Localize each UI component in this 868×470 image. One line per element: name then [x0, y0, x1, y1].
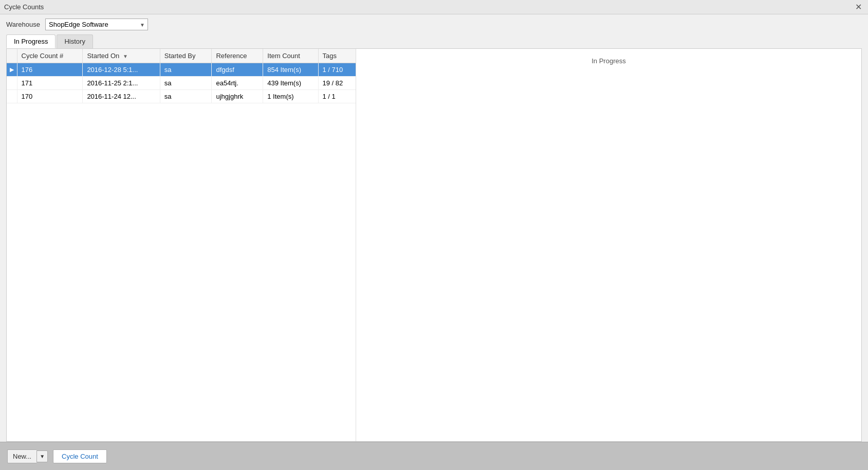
cycle-counts-table: Cycle Count # Started On ▼ Started By Re…: [7, 49, 356, 103]
window-title: Cycle Counts: [4, 3, 44, 11]
table-container[interactable]: Cycle Count # Started On ▼ Started By Re…: [7, 49, 356, 441]
title-bar: Cycle Counts ✕: [0, 0, 868, 14]
col-reference[interactable]: Reference: [212, 49, 263, 63]
footer: New... ▼ Cycle Count: [0, 442, 868, 470]
cell-cycle-count: 176: [17, 63, 83, 77]
col-tags[interactable]: Tags: [318, 49, 356, 63]
cell-reference: ujhgjghrk: [212, 90, 263, 103]
tab-history[interactable]: History: [57, 34, 93, 48]
tabs-bar: In Progress History: [0, 34, 868, 48]
cell-item-count: 439 Item(s): [263, 77, 318, 90]
cell-cycle-count: 170: [17, 90, 83, 103]
left-panel: Cycle Count # Started On ▼ Started By Re…: [7, 49, 356, 441]
table-row[interactable]: ▶1762016-12-28 5:1...sadfgdsf854 Item(s)…: [7, 63, 356, 77]
cell-started-by: sa: [160, 90, 212, 103]
cell-cycle-count: 171: [17, 77, 83, 90]
warehouse-select[interactable]: ShopEdge Software: [45, 19, 148, 30]
cell-started-on: 2016-12-28 5:1...: [83, 63, 160, 77]
col-started-by[interactable]: Started By: [160, 49, 212, 63]
cell-started-on: 2016-11-24 12...: [83, 90, 160, 103]
new-button[interactable]: New...: [7, 449, 36, 463]
cell-started-by: sa: [160, 63, 212, 77]
new-button-group: New... ▼: [7, 449, 48, 463]
cell-indicator: [7, 90, 17, 103]
cycle-count-button[interactable]: Cycle Count: [53, 449, 107, 463]
toolbar: Warehouse ShopEdge Software: [0, 14, 868, 34]
tab-in-progress[interactable]: In Progress: [6, 34, 56, 48]
cell-reference: dfgdsf: [212, 63, 263, 77]
warehouse-label: Warehouse: [6, 21, 40, 28]
cell-item-count: 854 Item(s): [263, 63, 318, 77]
cell-indicator: ▶: [7, 63, 17, 77]
table-row[interactable]: 1702016-11-24 12...saujhgjghrk1 Item(s)1…: [7, 90, 356, 103]
sort-desc-icon: ▼: [123, 53, 128, 59]
col-cycle-count[interactable]: Cycle Count #: [17, 49, 83, 63]
close-button[interactable]: ✕: [853, 3, 864, 11]
col-item-count[interactable]: Item Count: [263, 49, 318, 63]
cell-tags: 1 / 1: [318, 90, 356, 103]
cell-started-by: sa: [160, 77, 212, 90]
right-panel-label: In Progress: [592, 57, 625, 65]
col-started-on[interactable]: Started On ▼: [83, 49, 160, 63]
main-window: Cycle Counts ✕ Warehouse ShopEdge Softwa…: [0, 0, 868, 470]
cell-tags: 19 / 82: [318, 77, 356, 90]
cell-started-on: 2016-11-25 2:1...: [83, 77, 160, 90]
warehouse-select-wrapper: ShopEdge Software: [45, 19, 148, 30]
table-row[interactable]: 1712016-11-25 2:1...saea54rtj.439 Item(s…: [7, 77, 356, 90]
new-dropdown-arrow[interactable]: ▼: [36, 450, 48, 462]
col-indicator: [7, 49, 17, 63]
cell-reference: ea54rtj.: [212, 77, 263, 90]
cell-tags: 1 / 710: [318, 63, 356, 77]
right-panel: In Progress: [356, 49, 861, 441]
cell-indicator: [7, 77, 17, 90]
cell-item-count: 1 Item(s): [263, 90, 318, 103]
table-header-row: Cycle Count # Started On ▼ Started By Re…: [7, 49, 356, 63]
main-area: Cycle Count # Started On ▼ Started By Re…: [6, 48, 862, 442]
